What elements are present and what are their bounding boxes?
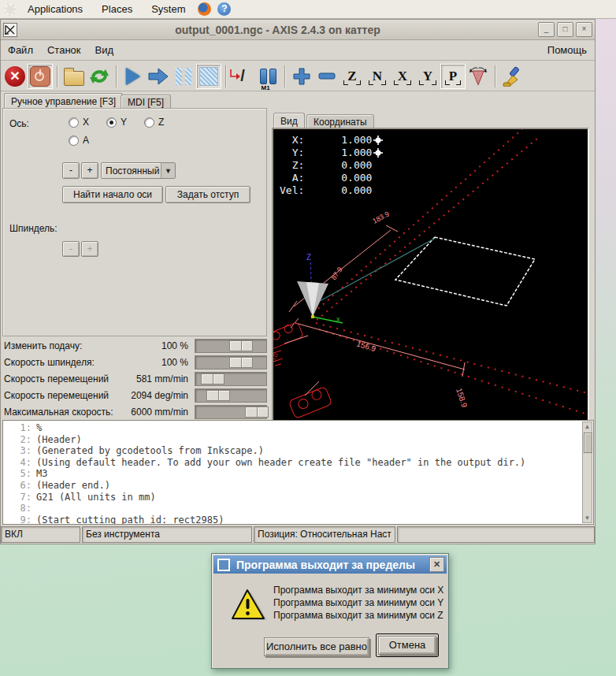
- slider-thumb[interactable]: [229, 340, 253, 351]
- step-button[interactable]: [146, 64, 171, 89]
- gcode-line[interactable]: 5:M3: [8, 468, 593, 480]
- optional-pause-button[interactable]: M1: [255, 64, 280, 89]
- feed-override-row: Изменить подачу: 100 %: [1, 338, 267, 355]
- places-menu[interactable]: Places: [94, 1, 140, 17]
- limit-message-z: Программа выходит за минимум оси Z: [273, 609, 443, 622]
- maximize-button[interactable]: □: [557, 22, 573, 37]
- dro-row: Vel: 0.000: [280, 184, 383, 197]
- dialog-messages: Программа выходит за минимум оси X Прогр…: [273, 584, 443, 622]
- run-anyway-button[interactable]: Исполнить все равно: [264, 637, 369, 656]
- jog-plus-button[interactable]: +: [81, 162, 98, 179]
- axis-radio-a[interactable]: A: [69, 135, 89, 146]
- rotate-view-button[interactable]: [466, 64, 491, 89]
- gcode-line[interactable]: 8:: [8, 503, 593, 514]
- gcode-line[interactable]: 1:%: [8, 422, 593, 434]
- jog-speed-slider[interactable]: [195, 372, 267, 386]
- svg-text:158.9: 158.9: [455, 387, 469, 409]
- zoom-out-button[interactable]: [314, 64, 340, 89]
- view-z2-button[interactable]: N: [365, 64, 390, 89]
- gcode-line[interactable]: 9:(Start cutting path id: rect2985): [8, 514, 593, 525]
- jog-mode-select[interactable]: Постоянный ▼: [101, 162, 176, 179]
- gcode-line[interactable]: 7:G21 (All units in mm): [8, 492, 593, 503]
- estop-button[interactable]: ✕: [2, 64, 28, 89]
- dialog-close-icon[interactable]: ✕: [429, 557, 444, 572]
- toolbar-separator: [116, 65, 117, 87]
- menu-help[interactable]: Помощь: [540, 41, 595, 59]
- applications-menu[interactable]: Applications: [20, 1, 91, 17]
- slider-thumb[interactable]: [229, 357, 253, 368]
- dialog-titlebar[interactable]: Программа выходит за пределы ✕: [213, 555, 447, 574]
- menu-file[interactable]: Файл: [1, 41, 40, 59]
- tab-preview[interactable]: Вид: [273, 113, 305, 129]
- ubuntu-logo-icon[interactable]: [4, 3, 17, 16]
- angular-jog-speed-value: 2094 deg/min: [131, 390, 188, 401]
- slider-thumb[interactable]: [245, 407, 269, 418]
- letter-p-icon: P: [447, 69, 459, 84]
- spindle-plus-button[interactable]: +: [81, 241, 98, 257]
- clear-plot-button[interactable]: [499, 64, 525, 89]
- view-x-button[interactable]: X: [390, 64, 415, 89]
- open-file-button[interactable]: [61, 64, 87, 89]
- axis-radio-x[interactable]: X: [69, 117, 89, 128]
- warning-icon: [231, 589, 267, 623]
- gcode-line[interactable]: 2:(Header): [8, 434, 593, 446]
- tab-manual-control[interactable]: Ручное управление [F3]: [4, 93, 123, 110]
- scroll-up-icon[interactable]: ▲: [584, 423, 591, 430]
- reload-icon: [89, 66, 109, 87]
- touch-off-button[interactable]: Задать отступ: [165, 186, 250, 203]
- view-z-button[interactable]: Z: [340, 64, 365, 89]
- gcode-line[interactable]: 4:(Using default header. To add your own…: [8, 457, 593, 469]
- max-velocity-slider[interactable]: [195, 405, 267, 419]
- angular-jog-speed-slider[interactable]: [195, 388, 267, 403]
- machine-power-button[interactable]: [28, 64, 53, 89]
- spindle-minus-button[interactable]: -: [62, 241, 80, 257]
- axis-radio-z[interactable]: Z: [144, 117, 164, 128]
- zoom-in-button[interactable]: [289, 64, 314, 89]
- view-perspective-button[interactable]: P: [440, 64, 466, 89]
- close-button[interactable]: ×: [576, 22, 592, 37]
- limit-message-x: Программа выходит за минимум оси X: [273, 584, 443, 596]
- stop-button[interactable]: [196, 64, 221, 89]
- minus-icon: [318, 72, 336, 80]
- brush-icon: [502, 66, 522, 87]
- letter-y-icon: Y: [421, 69, 435, 84]
- axis-label: Ось:: [9, 118, 29, 129]
- reload-file-button[interactable]: [87, 64, 112, 89]
- preview-canvas[interactable]: 183.9 87.9 156.9 158.9 0,0: [272, 128, 589, 436]
- pause-button[interactable]: [171, 64, 196, 89]
- gcode-scrollbar[interactable]: ▲ ▼: [582, 422, 592, 523]
- view-y-button[interactable]: Y: [415, 64, 440, 89]
- skip-lines-button[interactable]: /: [230, 64, 255, 89]
- jog-minus-button[interactable]: -: [62, 162, 80, 179]
- menu-machine[interactable]: Станок: [40, 41, 88, 59]
- run-button[interactable]: [121, 64, 146, 89]
- home-axis-button[interactable]: Найти начало оси: [62, 186, 163, 203]
- plus-icon: [293, 68, 310, 85]
- dialog-window-icon[interactable]: [217, 559, 230, 571]
- gcode-listing[interactable]: 1:%2:(Header)3:(Generated by gcodetools …: [2, 420, 594, 525]
- minimize-button[interactable]: _: [538, 22, 555, 37]
- slider-thumb[interactable]: [206, 390, 230, 401]
- scroll-down-icon[interactable]: ▼: [584, 514, 591, 522]
- dro-row: Y: 1.000: [280, 147, 383, 159]
- help-icon[interactable]: ?: [217, 2, 231, 16]
- axis-logo-icon: [3, 23, 17, 37]
- dialog-title: Программа выходит за пределы: [236, 559, 429, 571]
- spindle-override-slider[interactable]: [195, 355, 267, 370]
- gcode-line[interactable]: 3:(Generated by gcodetools from Inkscape…: [8, 445, 593, 457]
- firefox-icon[interactable]: [198, 2, 211, 16]
- toolbar-separator: [284, 65, 285, 87]
- gcode-line[interactable]: 6:(Header end.): [8, 480, 593, 492]
- feed-override-slider[interactable]: [195, 339, 267, 353]
- radio-circle-icon: [69, 117, 79, 128]
- cancel-button[interactable]: Отмена: [378, 636, 436, 655]
- system-menu[interactable]: System: [143, 1, 193, 17]
- axis-radio-y[interactable]: Y: [106, 117, 127, 128]
- status-position-mode: Позиция: Относительная Наст: [254, 526, 395, 543]
- titlebar[interactable]: output_0001.ngc - AXIS 2.4.3 on каттер _…: [1, 20, 595, 40]
- slider-thumb[interactable]: [201, 373, 225, 384]
- scroll-thumb[interactable]: [584, 433, 592, 453]
- menu-view[interactable]: Вид: [88, 41, 121, 59]
- spindle-override-value: 100 %: [161, 357, 188, 368]
- status-empty: [397, 526, 595, 543]
